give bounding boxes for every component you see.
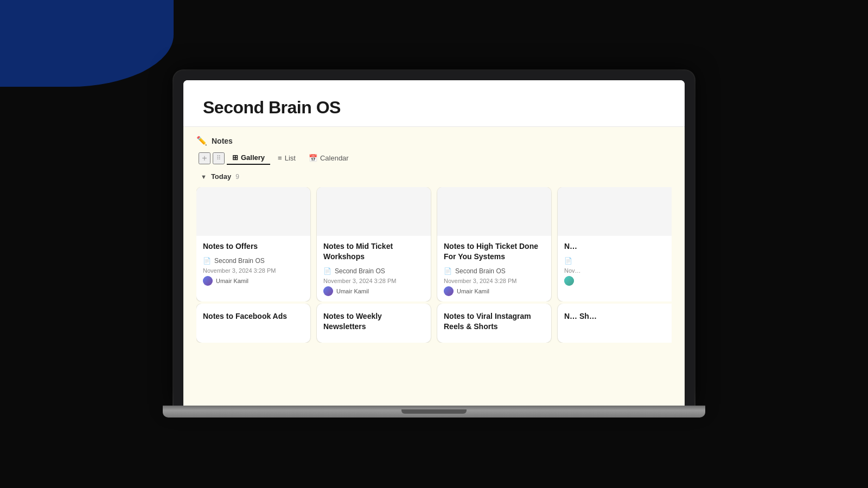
grip-icon: ⠿ [216, 155, 221, 162]
card-title-partial2: N… Sh… [564, 311, 665, 322]
card-author-row-high: Umair Kamil [444, 286, 545, 296]
card-footer-partial1: N… 📄 Nov… [558, 236, 672, 291]
card-high-ticket[interactable]: Notes to High Ticket Done For You System… [437, 187, 551, 301]
card-date-high: November 3, 2024 3:28 PM [444, 278, 517, 284]
card-offers[interactable]: Notes to Offers 📄 Second Brain OS Novemb… [196, 187, 310, 301]
card-date-row-mid: November 3, 2024 3:28 PM [323, 278, 424, 284]
avatar-offers [203, 276, 213, 286]
tab-gallery[interactable]: ⊞ Gallery [227, 151, 270, 165]
card-author-high: Umair Kamil [457, 288, 489, 294]
avatar-partial1 [564, 276, 574, 286]
avatar-high [444, 286, 454, 296]
tab-list[interactable]: ≡ List [272, 152, 301, 164]
card-date-row-offers: November 3, 2024 3:28 PM [203, 267, 304, 274]
tab-list-label: List [285, 154, 296, 162]
gallery-icon: ⊞ [232, 153, 238, 162]
card-db-row-partial1: 📄 [564, 257, 665, 265]
card-body-partial2: N… Sh… [558, 304, 672, 332]
card-db-row-high: 📄 Second Brain OS [444, 267, 545, 275]
card-title-viral: Notes to Viral Instagram Reels & Shorts [444, 311, 545, 332]
card-body-viral: Notes to Viral Instagram Reels & Shorts [437, 304, 551, 343]
db-icon-offers: 📄 [203, 257, 211, 265]
notes-section: ✏️ Notes + ⠿ ⊞ Gallery [183, 127, 685, 406]
card-author-row-offers: Umair Kamil [203, 276, 304, 286]
card-author-row-partial1 [564, 276, 665, 286]
laptop-notch [401, 409, 467, 414]
card-preview-mid [317, 187, 431, 236]
avatar-mid [323, 286, 333, 296]
card-preview-high [437, 187, 551, 236]
add-view-button[interactable]: + [199, 152, 210, 164]
tab-calendar[interactable]: 📅 Calendar [303, 152, 354, 164]
options-button[interactable]: ⠿ [213, 152, 225, 164]
list-icon: ≡ [278, 154, 282, 162]
card-title-newsletters: Notes to Weekly Newsletters [323, 311, 424, 332]
cards-grid-row2: Notes to Facebook Ads Notes to Weekly Ne… [196, 304, 672, 343]
card-db-name-high: Second Brain OS [455, 267, 506, 275]
card-date-row-high: November 3, 2024 3:28 PM [444, 278, 545, 284]
plus-icon: + [202, 153, 207, 163]
db-icon-mid: 📄 [323, 267, 331, 275]
card-partial-row2[interactable]: N… Sh… [558, 304, 672, 343]
group-header: ▼ Today 9 [196, 172, 672, 181]
laptop-screen: Second Brain OS ✏️ Notes + [183, 80, 685, 406]
card-title-facebook: Notes to Facebook Ads [203, 311, 304, 322]
card-db-row-mid: 📄 Second Brain OS [323, 267, 424, 275]
card-body-facebook: Notes to Facebook Ads [196, 304, 310, 332]
card-body-newsletters: Notes to Weekly Newsletters [317, 304, 431, 343]
chevron-down-icon: ▼ [201, 174, 207, 180]
card-date-row-partial1: Nov… [564, 267, 665, 274]
card-preview-offers [196, 187, 310, 236]
cards-grid-row1: Notes to Offers 📄 Second Brain OS Novemb… [196, 187, 672, 301]
section-title: Notes [212, 137, 233, 145]
card-title-high: Notes to High Ticket Done For You System… [444, 241, 545, 262]
laptop-bezel: Second Brain OS ✏️ Notes + [174, 70, 694, 406]
card-date-mid: November 3, 2024 3:28 PM [323, 278, 397, 284]
card-db-row-offers: 📄 Second Brain OS [203, 257, 304, 265]
card-footer-mid: Notes to Mid Ticket Workshops 📄 Second B… [317, 236, 431, 301]
page-header: Second Brain OS [183, 80, 685, 127]
group-title: Today [211, 172, 231, 181]
tab-gallery-label: Gallery [241, 153, 265, 162]
card-viral[interactable]: Notes to Viral Instagram Reels & Shorts [437, 304, 551, 343]
calendar-icon: 📅 [309, 154, 317, 162]
app-page: Second Brain OS ✏️ Notes + [183, 80, 685, 406]
card-footer-offers: Notes to Offers 📄 Second Brain OS Novemb… [196, 236, 310, 291]
card-date-partial1: Nov… [564, 267, 581, 274]
card-author-mid: Umair Kamil [336, 288, 369, 294]
laptop-base [163, 406, 705, 418]
page-title: Second Brain OS [203, 98, 665, 118]
view-tabs: + ⠿ ⊞ Gallery ≡ List [196, 151, 672, 165]
card-title-mid: Notes to Mid Ticket Workshops [323, 241, 424, 262]
notes-icon: ✏️ [196, 136, 207, 146]
laptop-container: Second Brain OS ✏️ Notes + [174, 70, 694, 418]
section-header: ✏️ Notes [196, 136, 672, 146]
card-newsletters[interactable]: Notes to Weekly Newsletters [317, 304, 431, 343]
tab-calendar-label: Calendar [320, 154, 349, 162]
card-footer-high: Notes to High Ticket Done For You System… [437, 236, 551, 301]
card-partial-row1[interactable]: N… 📄 Nov… [558, 187, 672, 301]
card-db-name-offers: Second Brain OS [214, 257, 265, 265]
card-title-offers: Notes to Offers [203, 241, 304, 252]
card-title-partial1: N… [564, 241, 665, 252]
card-facebook[interactable]: Notes to Facebook Ads [196, 304, 310, 343]
card-mid-ticket[interactable]: Notes to Mid Ticket Workshops 📄 Second B… [317, 187, 431, 301]
card-author-offers: Umair Kamil [216, 278, 248, 284]
card-author-row-mid: Umair Kamil [323, 286, 424, 296]
db-icon-partial1: 📄 [564, 257, 572, 265]
card-preview-partial1 [558, 187, 672, 236]
background-blob [0, 0, 174, 87]
db-icon-high: 📄 [444, 267, 452, 275]
card-db-name-mid: Second Brain OS [335, 267, 385, 275]
card-date-offers: November 3, 2024 3:28 PM [203, 267, 276, 274]
group-count: 9 [235, 173, 239, 181]
